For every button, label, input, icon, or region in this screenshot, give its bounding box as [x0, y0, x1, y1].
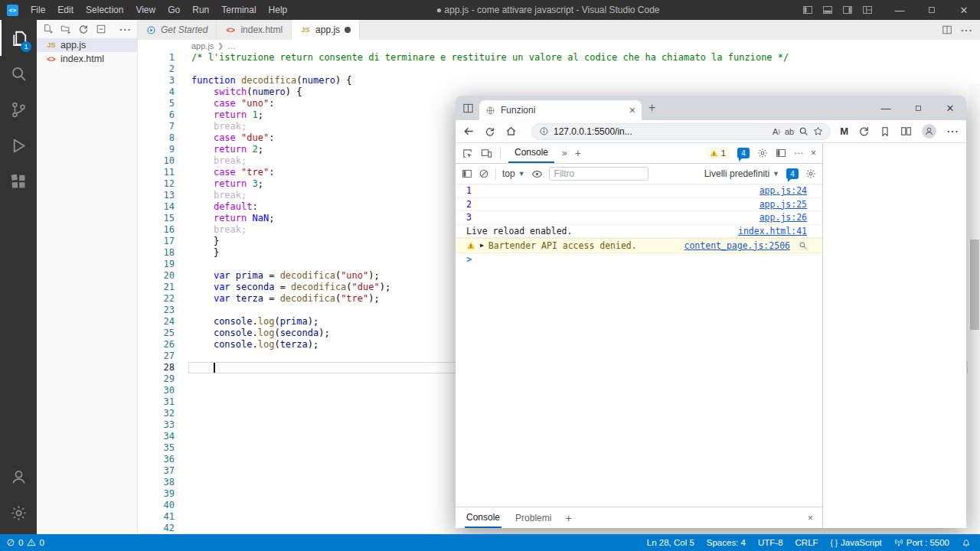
- file-item-index.html[interactable]: <>index.html: [37, 52, 137, 66]
- reload-icon[interactable]: [485, 126, 495, 137]
- source-control-icon[interactable]: [0, 92, 37, 128]
- explorer-more-icon[interactable]: ⋯: [119, 22, 131, 37]
- log-levels-selector[interactable]: Livelli predefiniti▼: [704, 168, 779, 179]
- tab-app-js[interactable]: JS app.js: [292, 20, 360, 40]
- edge-minimize-button[interactable]: —: [870, 96, 902, 120]
- cursor-position[interactable]: Ln 28, Col 5: [647, 538, 694, 547]
- browser-settings-more-icon[interactable]: ⋯: [946, 124, 959, 139]
- url-text[interactable]: 127.0.0.1:5500/in...: [554, 126, 768, 137]
- new-tab-icon[interactable]: +: [648, 101, 655, 115]
- profile-avatar[interactable]: [922, 124, 936, 139]
- new-folder-icon[interactable]: [60, 24, 71, 34]
- tab-get-started[interactable]: Get Started: [138, 20, 217, 40]
- console-settings-icon[interactable]: [805, 168, 816, 179]
- indentation[interactable]: Spaces: 4: [707, 538, 746, 547]
- code-line-3[interactable]: 3function decodifica(numero) {: [138, 75, 980, 86]
- home-icon[interactable]: [505, 126, 517, 137]
- menu-view[interactable]: View: [129, 0, 162, 20]
- devtools-tab-console[interactable]: Console: [508, 143, 554, 163]
- toggle-secondary-sidebar-icon[interactable]: [842, 5, 853, 15]
- console-message-row[interactable]: ▶Bartender API access denied.content_pag…: [456, 238, 822, 253]
- eol-sequence[interactable]: CRLF: [795, 538, 818, 547]
- menu-file[interactable]: File: [24, 0, 51, 20]
- sync-icon[interactable]: [858, 126, 870, 137]
- menu-run[interactable]: Run: [186, 0, 215, 20]
- live-expression-eye-icon[interactable]: [531, 168, 543, 180]
- extensions-icon[interactable]: [0, 164, 37, 200]
- back-icon[interactable]: [463, 126, 475, 137]
- focus-mode-icon[interactable]: [776, 148, 786, 158]
- context-selector[interactable]: top▼: [502, 168, 525, 179]
- file-item-app.js[interactable]: JSapp.js: [37, 38, 137, 52]
- scrollbar-thumb[interactable]: [970, 240, 979, 330]
- drawer-tab-console[interactable]: Console: [465, 507, 501, 528]
- menu-help[interactable]: Help: [263, 0, 294, 20]
- console-message-row[interactable]: 2app.js:25: [456, 198, 822, 212]
- devtools-close-icon[interactable]: ×: [811, 148, 816, 158]
- warnings-indicator[interactable]: 0: [27, 538, 44, 547]
- messages-counter[interactable]: 4: [786, 168, 799, 179]
- errors-indicator[interactable]: 0: [6, 538, 23, 547]
- breadcrumb-more[interactable]: …: [227, 41, 236, 51]
- inspect-element-icon[interactable]: [462, 148, 473, 159]
- close-button[interactable]: ✕: [948, 0, 980, 20]
- console-prompt[interactable]: >: [456, 253, 822, 266]
- devtools-settings-icon[interactable]: [757, 148, 768, 158]
- split-editor-icon[interactable]: [942, 24, 952, 35]
- console-source-link[interactable]: content_page.js:2506: [684, 240, 790, 251]
- new-file-icon[interactable]: [43, 24, 54, 34]
- console-sidebar-icon[interactable]: [462, 168, 472, 179]
- browser-page-content[interactable]: [823, 143, 966, 528]
- console-message-row[interactable]: Live reload enabled.index.html:41: [456, 225, 822, 239]
- edge-maximize-button[interactable]: [902, 96, 934, 120]
- explorer-icon[interactable]: 1: [0, 20, 37, 56]
- browser-tab-funzioni[interactable]: Funzioni ×: [479, 100, 642, 120]
- issues-counter[interactable]: 4: [737, 148, 750, 158]
- menu-selection[interactable]: Selection: [80, 0, 129, 20]
- extension-m-icon[interactable]: M: [840, 126, 848, 137]
- minimize-button[interactable]: —: [884, 0, 916, 20]
- encoding[interactable]: UTF-8: [758, 538, 783, 547]
- expand-arrow-icon[interactable]: ▶: [480, 242, 484, 249]
- add-devtools-tab-icon[interactable]: +: [575, 147, 581, 159]
- editor-more-icon[interactable]: ⋯: [960, 23, 972, 37]
- clear-console-icon[interactable]: [479, 168, 489, 179]
- code-line-2[interactable]: 2: [138, 64, 980, 75]
- console-message-row[interactable]: 3app.js:26: [456, 211, 822, 225]
- console-source-link[interactable]: app.js:25: [760, 199, 807, 210]
- menu-terminal[interactable]: Terminal: [215, 0, 262, 20]
- favorites-icon[interactable]: [880, 126, 890, 137]
- code-line-1[interactable]: 1/* l'istruzione return consente di term…: [138, 52, 980, 64]
- collapse-folders-icon[interactable]: [96, 24, 106, 34]
- menu-go[interactable]: Go: [162, 0, 186, 20]
- translate-icon[interactable]: ab: [785, 127, 794, 136]
- run-debug-icon[interactable]: [0, 128, 37, 164]
- breadcrumb[interactable]: app.js ❯ …: [138, 40, 980, 52]
- console-source-link[interactable]: app.js:24: [760, 185, 807, 196]
- console-empty-area[interactable]: [456, 266, 822, 507]
- split-screen-icon[interactable]: [900, 126, 912, 137]
- settings-gear-icon[interactable]: [0, 495, 37, 531]
- tab-actions-icon[interactable]: [462, 103, 474, 114]
- more-tabs-icon[interactable]: »: [562, 148, 567, 158]
- warnings-counter[interactable]: 1: [706, 148, 730, 158]
- device-toolbar-icon[interactable]: [481, 148, 492, 159]
- live-server-port[interactable]: Port : 5500: [894, 538, 949, 547]
- editor-scrollbar[interactable]: [969, 84, 980, 534]
- address-bar[interactable]: 127.0.0.1:5500/in... A) ab: [531, 123, 831, 140]
- breadcrumb-file[interactable]: app.js: [191, 41, 214, 51]
- toggle-sidebar-icon[interactable]: [802, 5, 813, 15]
- edge-close-button[interactable]: ✕: [934, 96, 966, 120]
- drawer-tab-problemi[interactable]: Problemi: [514, 507, 553, 528]
- toggle-panel-icon[interactable]: [822, 5, 833, 15]
- menu-edit[interactable]: Edit: [51, 0, 80, 20]
- maximize-button[interactable]: [916, 0, 948, 20]
- devtools-more-icon[interactable]: ⋯: [794, 148, 803, 158]
- modified-dot-icon[interactable]: [345, 27, 351, 33]
- read-aloud-icon[interactable]: A): [773, 127, 780, 136]
- close-drawer-icon[interactable]: ×: [808, 513, 813, 523]
- customize-layout-icon[interactable]: [862, 5, 873, 15]
- account-icon[interactable]: [0, 459, 37, 495]
- search-icon[interactable]: [0, 56, 37, 92]
- site-info-icon[interactable]: [539, 126, 549, 136]
